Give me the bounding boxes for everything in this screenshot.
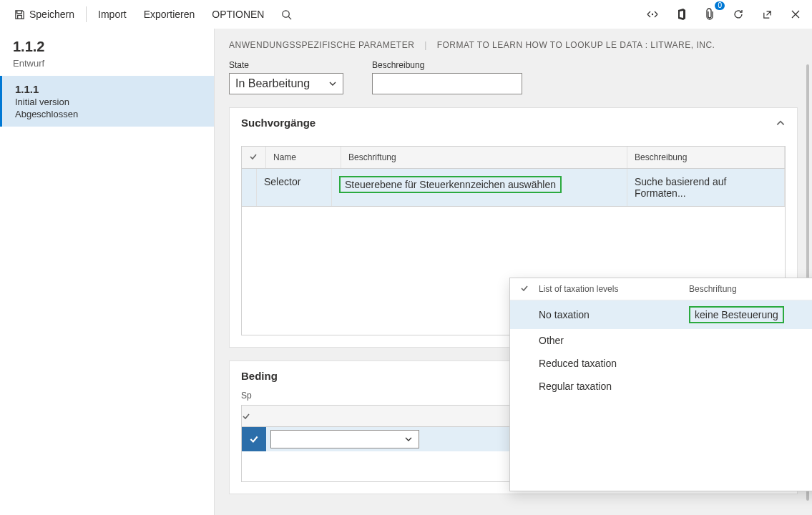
sidebar-version-selected[interactable]: 1.1.1 Initial version Abgeschlossen [0, 76, 214, 127]
chevron-down-icon [404, 435, 413, 443]
svg-line-1 [289, 16, 292, 19]
dropdown-item-reduced-taxation[interactable]: Reduced taxation [510, 352, 812, 375]
dropdown-item-regular-taxation[interactable]: Regular taxation [510, 375, 812, 398]
header-fields: State In Bearbeitung Beschreibung [229, 60, 798, 94]
popout-button[interactable] [756, 4, 778, 25]
sidebar-version-selected-status: Abgeschlossen [15, 109, 201, 119]
sidebar-version-current-status: Entwurf [0, 58, 214, 76]
description-label: Beschreibung [372, 60, 522, 70]
search-button[interactable] [273, 0, 300, 29]
close-button[interactable] [785, 4, 806, 25]
column-name[interactable]: Name [266, 147, 341, 168]
save-icon [14, 9, 25, 20]
save-label: Speichern [29, 9, 74, 20]
dropdown-item-value: Regular taxation [539, 381, 689, 392]
separator [86, 6, 87, 22]
lookups-grid: Name Beschriftung Beschreibung Selector … [241, 146, 786, 207]
command-bar: Speichern Import Exportieren OPTIONEN 0 [0, 0, 812, 29]
state-field: State In Bearbeitung [229, 60, 343, 94]
svg-point-2 [652, 14, 653, 15]
dropdown-item-value: Other [539, 335, 689, 346]
refresh-button[interactable] [728, 4, 749, 25]
dropdown-item-other[interactable]: Other [510, 329, 812, 352]
office-icon[interactable] [670, 4, 692, 25]
conditions-panel-title: Beding [241, 370, 278, 382]
main-area: ANWENDUNGSSPEZIFISCHE PARAMETER | FORMAT… [215, 29, 812, 515]
attachments-badge: 0 [715, 1, 725, 10]
state-select[interactable]: In Bearbeitung [229, 73, 343, 94]
column-select-all[interactable] [242, 147, 266, 168]
dropdown-item-value: Reduced taxation [539, 358, 689, 369]
dropdown-column-label[interactable]: Beschriftung [689, 284, 737, 294]
dropdown-item-label: keine Besteuerung [689, 306, 784, 323]
sidebar-version-selected-title: Initial version [15, 97, 201, 107]
column-description[interactable]: Beschreibung [627, 147, 785, 168]
column-select-all[interactable] [242, 412, 266, 421]
dropdown-empty-area [510, 398, 812, 491]
highlighted-label: keine Besteuerung [689, 306, 784, 323]
row-checkbox[interactable] [242, 169, 257, 206]
breadcrumb-root[interactable]: ANWENDUNGSSPEZIFISCHE PARAMETER [229, 40, 414, 50]
dropdown-select-all[interactable] [520, 284, 539, 294]
command-bar-left: Speichern Import Exportieren OPTIONEN [6, 0, 300, 29]
row-name-cell: Selector [257, 169, 332, 206]
dropdown-column-list[interactable]: List of taxation levels [539, 284, 689, 294]
sidebar-version-current[interactable]: 1.1.2 [0, 29, 214, 58]
save-button[interactable]: Speichern [6, 0, 83, 29]
description-input[interactable] [372, 73, 522, 94]
body: 1.1.2 Entwurf 1.1.1 Initial version Abge… [0, 29, 812, 515]
chevron-up-icon [776, 118, 786, 128]
export-button[interactable]: Exportieren [135, 0, 204, 29]
dropdown-item-no-taxation[interactable]: No taxation keine Besteuerung [510, 300, 812, 329]
description-field: Beschreibung [372, 60, 522, 94]
lookups-panel-title: Suchvorgänge [241, 117, 315, 129]
lookup-result-select[interactable] [270, 430, 419, 448]
search-icon [281, 9, 292, 20]
dropdown-item-value: No taxation [539, 309, 689, 320]
sidebar-version-selected-number: 1.1.1 [15, 83, 201, 95]
row-description-cell: Suche basierend auf Formaten... [627, 169, 785, 206]
lookups-panel-header[interactable]: Suchvorgänge [230, 108, 797, 137]
paperclip-icon [705, 8, 715, 21]
options-button[interactable]: OPTIONEN [203, 0, 273, 29]
state-label: State [229, 60, 343, 70]
breadcrumb-leaf: FORMAT TO LEARN HOW TO LOOKUP LE DATA : … [437, 40, 715, 50]
lookups-grid-header: Name Beschriftung Beschreibung [242, 147, 785, 169]
row-selected-indicator[interactable] [242, 427, 266, 451]
connector-icon[interactable] [642, 4, 663, 25]
import-button[interactable]: Import [89, 0, 135, 29]
chevron-down-icon [328, 79, 337, 88]
breadcrumb: ANWENDUNGSSPEZIFISCHE PARAMETER | FORMAT… [229, 29, 798, 60]
state-value: In Bearbeitung [235, 77, 310, 90]
taxation-level-dropdown: List of taxation levels Beschriftung No … [509, 278, 812, 491]
command-bar-right: 0 [642, 4, 806, 25]
attachments-button[interactable]: 0 [699, 4, 720, 25]
row-label-cell: Steuerebene für Steuerkennzeichen auswäh… [332, 169, 627, 206]
column-label[interactable]: Beschriftung [341, 147, 627, 168]
sidebar: 1.1.2 Entwurf 1.1.1 Initial version Abge… [0, 29, 215, 515]
lookups-grid-row[interactable]: Selector Steuerebene für Steuerkennzeich… [242, 169, 785, 206]
breadcrumb-separator: | [424, 40, 427, 50]
dropdown-header: List of taxation levels Beschriftung [510, 278, 812, 300]
svg-point-0 [283, 10, 289, 16]
highlighted-label: Steuerebene für Steuerkennzeichen auswäh… [339, 176, 562, 193]
lookup-result-cell [266, 430, 424, 448]
